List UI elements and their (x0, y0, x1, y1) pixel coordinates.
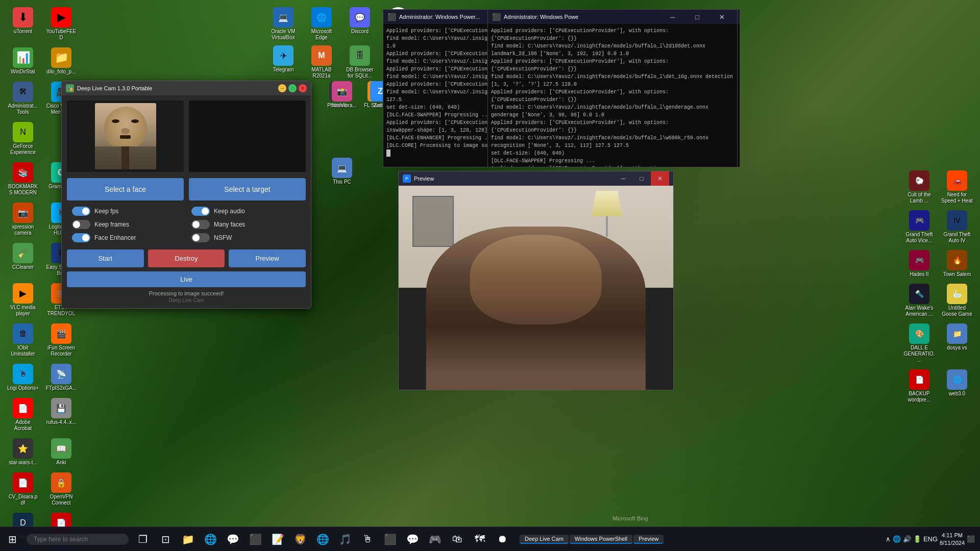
taskbar-widgets[interactable]: ⊡ (155, 529, 176, 549)
taskbar-steam[interactable]: 🎮 (425, 529, 445, 549)
ps-line: [DLC.FACE-SWAPPER] Progressing ... (491, 157, 734, 165)
icon-matlab[interactable]: M MATLAB R2021a (304, 43, 339, 81)
toggle-keep-fps[interactable] (72, 207, 90, 216)
label-keep-fps: Keep fps (94, 208, 118, 215)
icon-vlc[interactable]: ▶ VLC media player (5, 281, 41, 319)
running-ps1[interactable]: Windows PowerShell (570, 535, 632, 544)
icon-hades2[interactable]: 🎮 Hades II (901, 248, 937, 280)
running-dlc[interactable]: Deep Live Cam (520, 535, 569, 544)
taskbar-edge[interactable]: 🌐 (200, 529, 220, 549)
taskbar-logi[interactable]: 🖱 (357, 529, 378, 549)
icon-openvpn[interactable]: 🔒 OpenVPN Connect (43, 470, 79, 508)
icon-gta-vice[interactable]: 🎮 Grand Theft Auto Vice... (901, 208, 937, 246)
taskbar-file-explorer[interactable]: 📁 (178, 529, 198, 549)
select-face-button[interactable]: Select a face (67, 178, 184, 201)
start-button-taskbar[interactable]: ⊞ (0, 527, 24, 552)
taskbar-ps[interactable]: ⬛ (245, 529, 265, 549)
toggle-many-faces[interactable] (191, 220, 210, 229)
dlc-titlebar: 🎭 Deep Live Cam 1.3.0 Portable ─ □ ✕ (62, 81, 311, 95)
taskbar-chrome[interactable]: 🌐 (312, 529, 333, 549)
taskbar-store[interactable]: 🛍 (447, 529, 468, 549)
taskbar-spotify[interactable]: 🎵 (335, 529, 355, 549)
icon-ms-edge[interactable]: 🌐 Microsoft Edge (304, 5, 339, 43)
toggle-keep-frames[interactable] (72, 220, 90, 229)
icon-discord[interactable]: 💬 Discord (342, 5, 378, 43)
taskbar-clock[interactable]: 4:11 PM 8/11/2024 (940, 532, 965, 546)
icon-web3[interactable]: 🌐 web3.0 (939, 367, 975, 405)
icon-windirstat[interactable]: 📊 WinDirStat (5, 45, 41, 77)
running-preview[interactable]: Preview (633, 535, 664, 544)
taskbar-obs[interactable]: ⏺ (492, 529, 512, 549)
icon-oracle-vm[interactable]: 💻 Oracle VM VirtualBox (265, 5, 301, 43)
icon-admin-tools[interactable]: 🛠 Administrat... Tools (5, 80, 41, 117)
dlc-close[interactable]: ✕ (299, 84, 307, 92)
icon-rufus[interactable]: 💾 rufus-4.4..x... (43, 396, 79, 434)
icon-alan-wake[interactable]: 🔦 Alan Wake's American ... (901, 282, 937, 319)
taskbar-whatsapp[interactable]: 💬 (223, 529, 243, 549)
tray-network[interactable]: 🌐 (893, 535, 901, 543)
taskbar-discord[interactable]: 💬 (402, 529, 423, 549)
icon-photovibra[interactable]: 📸 PhotoVibra... (324, 79, 360, 111)
taskbar-maps[interactable]: 🗺 (470, 529, 490, 549)
icon-dall-e[interactable]: 🎨 DALL E GENERATIO... (901, 321, 937, 365)
ps-close-2[interactable]: ✕ (710, 10, 733, 24)
start-button[interactable]: Start (67, 249, 144, 267)
option-keep-audio: Keep audio (191, 207, 301, 216)
icon-bookmarks[interactable]: 📚 BOOKMARKS MODERN (5, 160, 41, 198)
icon-dilo-foto[interactable]: 📁 dilo_foto_p... (43, 45, 79, 77)
taskbar-search[interactable] (27, 534, 129, 545)
tray-battery[interactable]: 🔋 (913, 535, 921, 543)
icon-starwars[interactable]: ⭐ star-wars-t... (5, 436, 41, 468)
dlc-minimize[interactable]: ─ (278, 84, 286, 92)
wall-item (412, 196, 454, 247)
icon-gta-iv[interactable]: IV Grand Theft Auto IV (939, 208, 975, 246)
preview-button[interactable]: Preview (229, 249, 306, 267)
select-target-button[interactable]: Select a target (189, 178, 306, 201)
icon-town-salem[interactable]: 🔥 Town Salem (939, 248, 975, 280)
icon-this-pc[interactable]: 💻 This PC (324, 156, 360, 187)
icon-adobe[interactable]: 📄 Adobe Acrobat (5, 396, 41, 434)
preview-close[interactable]: ✕ (651, 171, 669, 186)
icon-anki[interactable]: 📖 Anki (43, 436, 79, 468)
taskbar-notepad[interactable]: 📝 (267, 529, 288, 549)
toggle-keep-audio[interactable] (191, 207, 210, 216)
taskbar-task-view[interactable]: ❐ (133, 529, 153, 549)
label-keep-audio: Keep audio (214, 208, 245, 215)
taskbar-terminal[interactable]: ⬛ (380, 529, 400, 549)
toggle-face-enhancer[interactable] (72, 233, 90, 242)
taskbar-brave[interactable]: 🦁 (290, 529, 310, 549)
ps-max-2[interactable]: □ (686, 10, 708, 24)
icon-youtubefeeed[interactable]: ▶ YouTubeFEED (43, 5, 79, 43)
ps-body-2: Applied providers: ['CPUExecutionProvide… (488, 24, 737, 167)
destroy-button[interactable]: Destroy (148, 249, 225, 267)
icon-ccleaner[interactable]: 🧹 CCleaner (5, 241, 41, 279)
icon-backup-wp[interactable]: 📄 BACKUP wordpre... (901, 367, 937, 405)
icon-ifun[interactable]: 🎬 iFun Screen Recorder (43, 321, 79, 359)
dlc-maximize[interactable]: □ (288, 84, 297, 92)
icon-goose-game[interactable]: 🦢 Untitled Goose Game (939, 282, 975, 319)
preview-title: Preview (414, 176, 614, 182)
preview-max[interactable]: □ (632, 171, 651, 186)
tray-notification[interactable]: ⬛ (967, 535, 975, 543)
deep-live-cam-window: 🎭 Deep Live Cam 1.3.0 Portable ─ □ ✕ (61, 81, 311, 309)
icon-dosya-vs[interactable]: 📁 dosya vs (939, 321, 975, 365)
live-button[interactable]: Live (67, 271, 306, 287)
toggle-nsfw[interactable] (191, 233, 210, 242)
icon-logi-options[interactable]: 🖱 Logi Options+ (5, 362, 41, 393)
icon-utorent[interactable]: ⬇ uTorrent (5, 5, 41, 43)
icon-cv-disara[interactable]: 📄 CV_Disara.pdf (5, 470, 41, 508)
icon-cult-lamb[interactable]: 🐑 Cult of the Lamb ... (901, 168, 937, 206)
icon-iobit[interactable]: 🗑 IObit Uninstaller (5, 321, 41, 359)
tray-volume[interactable]: 🔊 (903, 535, 911, 543)
tray-chevron[interactable]: ∧ (886, 535, 891, 543)
icon-db-browser[interactable]: 🗄 DB Browser for SQLit... (342, 43, 378, 81)
icon-need-speed[interactable]: 🚗 Need for Speed + Heat (939, 168, 975, 206)
icon-ftpis[interactable]: 📡 FTpIS2xGA... (43, 362, 79, 393)
icon-geforce[interactable]: N GeForce Experience (5, 120, 41, 158)
tray-lang[interactable]: ENG (923, 535, 938, 543)
icon-xpression[interactable]: 📷 xpression camera (5, 201, 41, 238)
icon-telegram[interactable]: ✈ Telegram (265, 43, 301, 81)
preview-min[interactable]: ─ (614, 171, 632, 186)
ps-min-2[interactable]: ─ (662, 10, 684, 24)
ps-line: set det-size: (640, 640) (491, 149, 734, 157)
